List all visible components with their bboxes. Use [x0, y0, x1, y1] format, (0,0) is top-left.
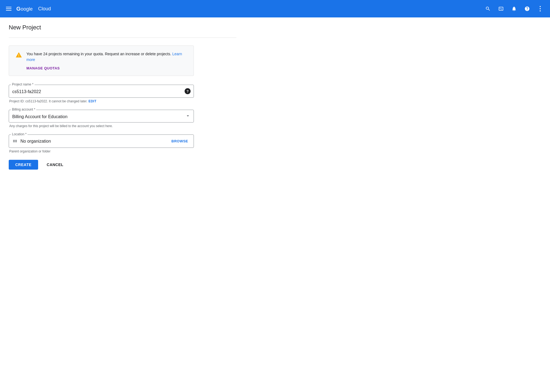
page-title: New Project	[9, 24, 236, 31]
billing-account-field-group: Billing account * Billing Account for Ed…	[9, 110, 194, 128]
location-grid-icon	[12, 139, 18, 144]
project-name-label: Project name *	[11, 82, 35, 86]
more-options-button[interactable]	[535, 3, 546, 14]
topnav: G oogle Cloud	[0, 0, 550, 17]
google-cloud-logo: G oogle Cloud	[16, 5, 479, 12]
notifications-button[interactable]	[509, 3, 520, 14]
project-name-input[interactable]	[9, 85, 194, 98]
cloud-text: Cloud	[38, 6, 51, 12]
cloud-shell-icon	[498, 6, 504, 11]
help-button[interactable]	[522, 3, 533, 14]
svg-text:G: G	[16, 6, 21, 12]
location-note: Parent organization or folder	[9, 149, 194, 153]
billing-account-select[interactable]: Billing Account for Education	[9, 110, 194, 122]
location-field: No organization BROWSE	[9, 134, 194, 148]
search-button[interactable]	[482, 3, 493, 14]
warning-text: You have 24 projects remaining in your q…	[26, 51, 187, 63]
svg-point-3	[540, 8, 541, 9]
svg-point-2	[540, 6, 541, 7]
warning-icon	[16, 52, 22, 59]
location-container: Location * No organization BROWSE	[9, 134, 194, 148]
svg-text:oogle: oogle	[21, 6, 33, 12]
billing-account-container: Billing account * Billing Account for Ed…	[9, 110, 194, 122]
action-buttons: CREATE CANCEL	[9, 160, 194, 170]
topnav-icons	[482, 3, 546, 14]
location-text: No organization	[20, 139, 169, 144]
svg-point-4	[540, 10, 541, 11]
help-icon	[524, 6, 530, 11]
hamburger-menu[interactable]	[4, 5, 13, 12]
manage-quotas-link[interactable]: MANAGE QUOTAS	[26, 66, 60, 70]
create-button[interactable]: CREATE	[9, 160, 38, 170]
quota-warning-box: You have 24 projects remaining in your q…	[9, 45, 194, 76]
project-name-help-icon[interactable]: ?	[185, 88, 191, 94]
search-icon	[485, 6, 491, 11]
edit-project-id-link[interactable]: EDIT	[88, 99, 96, 103]
project-name-container: Project name * ?	[9, 85, 194, 98]
divider	[9, 38, 236, 38]
project-name-field-group: Project name * ? Project ID: cs5113-fa20…	[9, 85, 194, 103]
location-label: Location *	[11, 132, 28, 136]
billing-account-label: Billing account *	[11, 108, 36, 111]
cloud-shell-button[interactable]	[496, 3, 506, 14]
location-field-group: Location * No organization BROWSE Parent…	[9, 134, 194, 153]
cancel-button[interactable]: CANCEL	[42, 160, 68, 170]
new-project-form: Project name * ? Project ID: cs5113-fa20…	[9, 85, 194, 170]
browse-button[interactable]: BROWSE	[169, 138, 191, 144]
more-vert-icon	[540, 6, 541, 11]
billing-note: Any charges for this project will be bil…	[9, 124, 194, 128]
page-content: New Project You have 24 projects remaini…	[0, 17, 245, 176]
google-logo-svg: G oogle	[16, 5, 36, 12]
warning-content: You have 24 projects remaining in your q…	[26, 51, 187, 70]
project-id-text: Project ID: cs5113-fa2022. It cannot be …	[9, 99, 194, 103]
notifications-icon	[511, 6, 517, 11]
